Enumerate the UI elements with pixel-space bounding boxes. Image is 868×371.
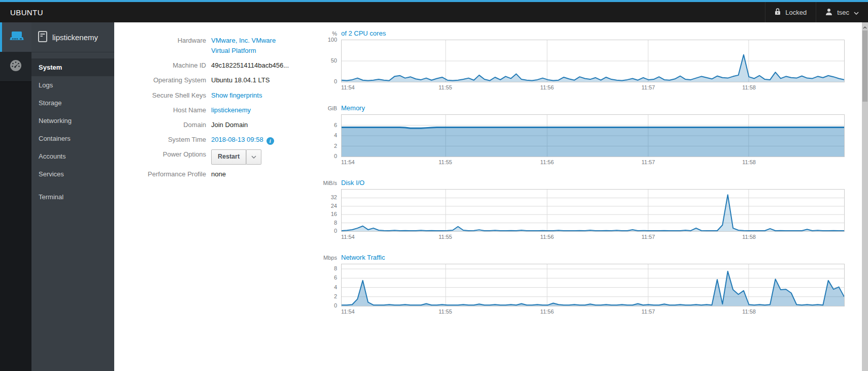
info-row-operating-system: Operating SystemUbuntu 18.04.1 LTS (143, 75, 299, 85)
power-options-button[interactable]: Restart (211, 149, 261, 164)
sidebar-item-containers[interactable]: Containers (31, 130, 114, 147)
x-tick-label: 11:57 (642, 159, 655, 165)
server-icon (9, 30, 24, 44)
lock-icon (775, 8, 781, 17)
y-tick-label: 4 (334, 284, 337, 290)
chart-unit-label: Mbps (313, 255, 341, 261)
chart-unit-label: GiB (313, 105, 341, 111)
power-options-caret-button[interactable] (246, 149, 261, 164)
x-tick-label: 11:58 (742, 159, 756, 165)
top-bar-right: Locked tsec (765, 2, 868, 22)
user-menu[interactable]: tsec (816, 2, 868, 22)
chart-header-network: MbpsNetwork Traffic (313, 254, 845, 261)
y-axis: 32241680 (313, 189, 341, 232)
chart-title-link-memory[interactable]: Memory (341, 104, 365, 112)
restart-button[interactable]: Restart (211, 149, 246, 164)
y-tick-label: 6 (334, 122, 337, 128)
x-tick-label: 11:56 (540, 159, 554, 165)
y-tick-label: 4 (334, 132, 337, 138)
chart-disk-io: MiB/sDisk I/O3224168011:5411:5511:5611:5… (313, 179, 845, 241)
info-link-secure-shell-keys[interactable]: Show fingerprints (211, 91, 262, 99)
x-axis: 11:5411:5511:5611:5711:58 (341, 308, 845, 316)
info-row-machine-id: Machine ID49c1822514114bacb456... (143, 60, 299, 71)
main-content: HardwareVMware, Inc. VMware Virtual Plat… (114, 22, 862, 371)
sidebar-item-logs[interactable]: Logs (31, 76, 114, 94)
x-tick-label: 11:55 (439, 308, 452, 315)
system-info: HardwareVMware, Inc. VMware Virtual Plat… (114, 22, 299, 371)
sidebar-item-storage[interactable]: Storage (31, 94, 114, 112)
y-tick-label: 8 (334, 220, 337, 226)
y-tick-label: 32 (331, 194, 337, 200)
x-tick-label: 11:54 (341, 308, 355, 315)
user-icon (825, 8, 832, 17)
info-row-secure-shell-keys: Secure Shell KeysShow fingerprints (143, 90, 299, 101)
info-row-power-options: Power OptionsRestart (143, 149, 299, 164)
chart-row-disk-io: 32241680 (313, 189, 845, 232)
vertical-scrollbar[interactable] (862, 22, 868, 371)
x-tick-label: 11:57 (642, 234, 655, 240)
sidebar-item-networking[interactable]: Networking (31, 112, 114, 130)
chart-plot-memory (341, 114, 845, 157)
info-label-domain: Domain (143, 120, 206, 129)
x-tick-label: 11:57 (642, 84, 655, 90)
y-axis: 86420 (313, 264, 341, 306)
chart-title-link-network[interactable]: Network Traffic (341, 254, 385, 261)
y-tick-label: 50 (331, 57, 337, 64)
info-value-secure-shell-keys: Show fingerprints (211, 90, 262, 101)
host-name: lipstickenemy (52, 33, 98, 42)
sidebar-item-services[interactable]: Services (31, 165, 114, 183)
x-tick-label: 11:56 (540, 84, 554, 90)
chevron-up-icon (863, 22, 867, 31)
info-value-power-options: Restart (211, 149, 261, 164)
y-tick-label: 2 (334, 293, 337, 299)
x-tick-label: 11:54 (341, 84, 355, 90)
chart-title-link-cpu[interactable]: of 2 CPU cores (341, 29, 386, 37)
x-tick-label: 11:56 (540, 308, 554, 315)
chart-plot-cpu (341, 40, 845, 82)
info-row-system-time: System Time2018-08-13 09:58i (143, 135, 299, 145)
y-tick-label: 6 (334, 274, 337, 281)
x-tick-label: 11:55 (439, 159, 452, 165)
info-link-hardware[interactable]: VMware, Inc. VMware Virtual Platform (211, 37, 276, 54)
y-tick-label: 0 (334, 302, 337, 308)
y-axis: 100500 (313, 40, 341, 82)
info-label-host-name: Host Name (143, 105, 206, 114)
host-icon-strip (0, 22, 31, 371)
x-tick-label: 11:58 (742, 234, 756, 240)
sidebar-item-terminal[interactable]: Terminal (31, 188, 114, 206)
user-name: tsec (837, 9, 849, 16)
top-bar: UBUNTU Locked tsec (0, 0, 868, 22)
chart-cpu: %of 2 CPU cores10050011:5411:5511:5611:5… (313, 29, 845, 92)
chart-row-cpu: 100500 (313, 40, 845, 82)
info-label-operating-system: Operating System (143, 75, 206, 84)
scrollbar-thumb[interactable] (862, 30, 867, 102)
info-link-system-time[interactable]: 2018-08-13 09:58 (211, 136, 263, 143)
scroll-up-button[interactable] (862, 22, 868, 30)
info-link-host-name[interactable]: lipstickenemy (211, 106, 251, 114)
info-icon[interactable]: i (266, 137, 274, 145)
info-value-hardware: VMware, Inc. VMware Virtual Platform (211, 36, 286, 56)
chart-memory: GiBMemory642011:5411:5511:5611:5711:58 (313, 104, 845, 167)
sidebar-item-accounts[interactable]: Accounts (31, 147, 114, 165)
locked-indicator[interactable]: Locked (765, 2, 816, 22)
chart-title-link-disk-io[interactable]: Disk I/O (341, 179, 364, 187)
chart-row-network: 86420 (313, 264, 845, 306)
dashboard-button[interactable] (0, 52, 31, 82)
x-tick-label: 11:54 (341, 159, 355, 165)
host-strip-button[interactable] (0, 22, 31, 52)
chart-header-disk-io: MiB/sDisk I/O (313, 179, 845, 187)
sidebar-nav: SystemLogsStorageNetworkingContainersAcc… (31, 52, 114, 206)
chart-plot-network (341, 264, 845, 306)
host-header[interactable]: lipstickenemy (31, 22, 114, 52)
y-tick-label: 16 (331, 211, 337, 217)
x-tick-label: 11:56 (540, 234, 554, 240)
x-tick-label: 11:55 (439, 234, 452, 240)
chevron-down-icon (854, 9, 859, 16)
info-label-machine-id: Machine ID (143, 60, 206, 69)
sidebar-item-system[interactable]: System (31, 58, 114, 76)
info-row-domain: DomainJoin Domain (143, 120, 299, 130)
info-row-performance-profile: Performance Profilenone (143, 169, 299, 179)
info-row-hardware: HardwareVMware, Inc. VMware Virtual Plat… (143, 36, 299, 56)
info-value-machine-id: 49c1822514114bacb456... (211, 60, 289, 71)
chart-header-memory: GiBMemory (313, 104, 845, 112)
